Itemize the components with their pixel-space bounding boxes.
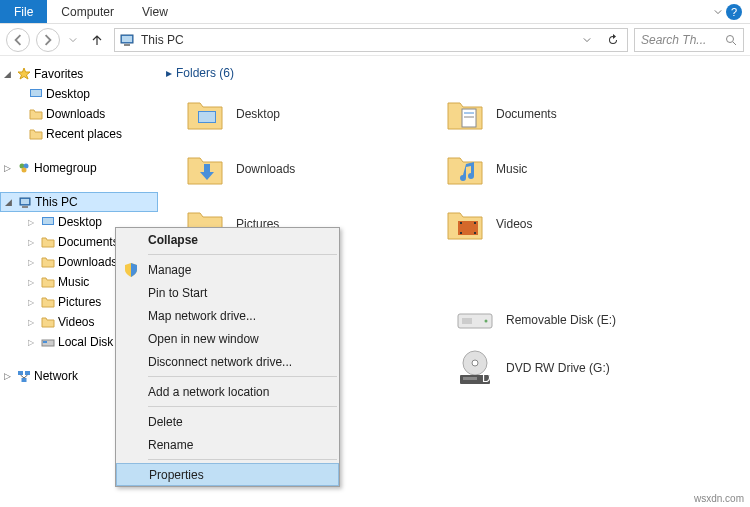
address-text: This PC	[141, 33, 571, 47]
computer-tab[interactable]: Computer	[47, 1, 128, 23]
svg-rect-24	[462, 109, 476, 127]
svg-rect-31	[474, 232, 476, 234]
folder-label: Documents	[496, 107, 557, 121]
tree-label: Desktop	[46, 87, 90, 101]
file-tab[interactable]: File	[0, 0, 47, 23]
svg-rect-29	[460, 232, 462, 234]
ctx-manage[interactable]: Manage	[116, 258, 339, 281]
drive-label: DVD RW Drive (G:)	[506, 361, 610, 375]
expand-icon[interactable]: ▷	[28, 278, 38, 287]
svg-rect-14	[43, 218, 53, 224]
expand-icon[interactable]: ▷	[4, 371, 14, 381]
folder-label: Downloads	[236, 162, 295, 176]
tree-downloads[interactable]: Downloads	[0, 104, 158, 124]
tree-desktop[interactable]: Desktop	[0, 84, 158, 104]
chevron-down-icon	[583, 36, 591, 44]
help-icon[interactable]: ?	[726, 4, 742, 20]
folders-header[interactable]: ▸ Folders (6)	[166, 66, 742, 80]
folder-label: Music	[496, 162, 527, 176]
ctx-collapse[interactable]: Collapse	[116, 228, 339, 251]
folder-icon	[444, 93, 486, 135]
folder-icon	[40, 314, 56, 330]
desktop-icon	[40, 214, 56, 230]
view-tab[interactable]: View	[128, 1, 182, 23]
section-title: Folders (6)	[176, 66, 234, 80]
expand-icon[interactable]: ▷	[28, 298, 38, 307]
svg-line-4	[733, 42, 736, 45]
tree-recent[interactable]: Recent places	[0, 124, 158, 144]
homegroup-icon	[16, 160, 32, 176]
expand-icon[interactable]: ▷	[28, 318, 38, 327]
homegroup-node[interactable]: ▷Homegroup	[0, 158, 158, 178]
expand-icon[interactable]: ▷	[28, 338, 38, 347]
address-dropdown[interactable]	[577, 36, 597, 44]
folder-icon	[184, 93, 226, 135]
tree-label: Desktop	[58, 215, 102, 229]
drive-dvd[interactable]: DVD DVD RW Drive (G:)	[436, 344, 716, 392]
svg-rect-12	[22, 206, 28, 208]
ctx-delete[interactable]: Delete	[116, 410, 339, 433]
tree-label: Recent places	[46, 127, 122, 141]
svg-rect-38	[463, 377, 477, 380]
svg-rect-28	[460, 222, 462, 224]
svg-rect-18	[25, 371, 30, 375]
folder-icon	[40, 254, 56, 270]
chevron-down-icon	[69, 36, 77, 44]
search-placeholder: Search Th...	[641, 33, 706, 47]
refresh-button[interactable]	[603, 34, 623, 46]
dvd-icon: DVD	[454, 347, 496, 389]
separator	[148, 254, 337, 255]
separator	[148, 459, 337, 460]
ctx-properties[interactable]: Properties	[116, 463, 339, 486]
network-icon	[16, 368, 32, 384]
drive-removable[interactable]: Removable Disk (E:)	[436, 296, 716, 344]
address-bar[interactable]: This PC	[114, 28, 628, 52]
ctx-pin[interactable]: Pin to Start	[116, 281, 339, 304]
folder-desktop[interactable]: Desktop	[166, 86, 426, 141]
tree-label: Downloads	[46, 107, 105, 121]
folder-icon	[28, 126, 44, 142]
history-dropdown[interactable]	[66, 36, 80, 44]
folder-icon	[28, 106, 44, 122]
separator	[148, 376, 337, 377]
search-input[interactable]: Search Th...	[634, 28, 744, 52]
expand-icon[interactable]: ▷	[28, 218, 38, 227]
folder-documents[interactable]: Documents	[426, 86, 686, 141]
expand-icon[interactable]: ▷	[28, 238, 38, 247]
tree-label: Favorites	[34, 67, 83, 81]
svg-rect-17	[18, 371, 23, 375]
ribbon: File Computer View ?	[0, 0, 750, 24]
context-menu: Collapse Manage Pin to Start Map network…	[115, 227, 340, 487]
folder-videos[interactable]: Videos	[426, 196, 686, 251]
ctx-label: Manage	[148, 263, 191, 277]
tree-label: This PC	[35, 195, 78, 209]
collapse-icon[interactable]: ◢	[4, 69, 14, 79]
svg-point-34	[485, 320, 488, 323]
expand-icon[interactable]: ▷	[4, 163, 14, 173]
ctx-add[interactable]: Add a network location	[116, 380, 339, 403]
folder-downloads[interactable]: Downloads	[166, 141, 426, 196]
drive-icon	[40, 334, 56, 350]
thispc-node[interactable]: ◢This PC	[0, 192, 158, 212]
tree-label: Music	[58, 275, 89, 289]
ctx-map[interactable]: Map network drive...	[116, 304, 339, 327]
folder-icon	[40, 234, 56, 250]
collapse-icon[interactable]: ◢	[5, 197, 15, 207]
expand-icon[interactable]: ▷	[28, 258, 38, 267]
favorites-node[interactable]: ◢ Favorites	[0, 64, 158, 84]
chevron-down-icon[interactable]	[714, 8, 722, 16]
separator	[148, 406, 337, 407]
up-button[interactable]	[86, 29, 108, 51]
ctx-disconnect[interactable]: Disconnect network drive...	[116, 350, 339, 373]
svg-text:DVD: DVD	[482, 371, 496, 385]
ctx-rename[interactable]: Rename	[116, 433, 339, 456]
desktop-icon	[28, 86, 44, 102]
tree-label: Homegroup	[34, 161, 97, 175]
back-button[interactable]	[6, 28, 30, 52]
forward-button[interactable]	[36, 28, 60, 52]
nav-bar: This PC Search Th...	[0, 24, 750, 56]
ctx-open[interactable]: Open in new window	[116, 327, 339, 350]
tree-label: Downloads	[58, 255, 117, 269]
folder-music[interactable]: Music	[426, 141, 686, 196]
svg-point-9	[22, 168, 27, 173]
